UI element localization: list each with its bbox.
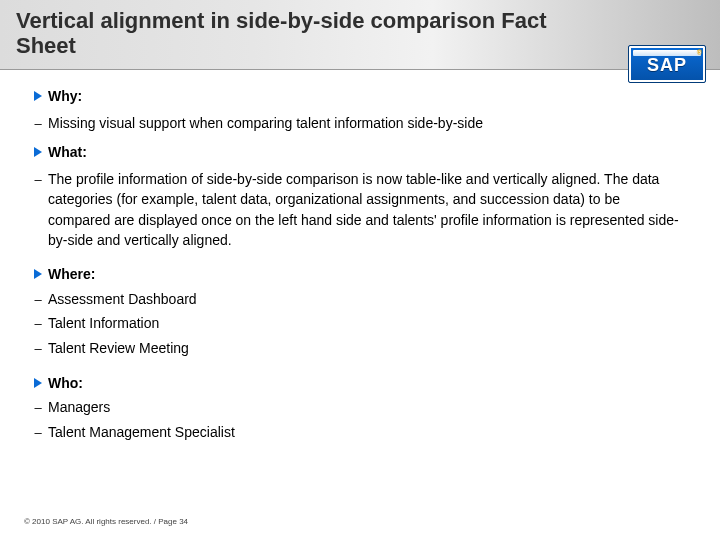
dash-icon xyxy=(28,289,48,310)
what-item: The profile information of side-by-side … xyxy=(28,169,686,250)
dash-icon xyxy=(28,113,48,134)
section-who-header: Who: xyxy=(28,373,686,393)
where-item-2: Talent Review Meeting xyxy=(48,338,686,359)
dash-icon xyxy=(28,169,48,250)
why-item: Missing visual support when comparing ta… xyxy=(28,113,686,134)
logo-text: SAP xyxy=(647,55,687,76)
dash-icon xyxy=(28,397,48,418)
logo-gloss xyxy=(633,50,701,56)
registered-icon: ® xyxy=(697,49,702,56)
what-label: What: xyxy=(48,142,686,162)
where-item: Assessment Dashboard xyxy=(28,289,686,310)
where-item-1: Talent Information xyxy=(48,313,686,334)
dash-icon xyxy=(28,313,48,334)
section-what-header: What: xyxy=(28,142,686,162)
who-label: Who: xyxy=(48,373,686,393)
header-bar: Vertical alignment in side-by-side compa… xyxy=(0,0,720,70)
who-item-0: Managers xyxy=(48,397,686,418)
where-item: Talent Review Meeting xyxy=(28,338,686,359)
footer-text: © 2010 SAP AG. All rights reserved. / Pa… xyxy=(24,517,188,526)
who-item-1: Talent Management Specialist xyxy=(48,422,686,443)
where-item: Talent Information xyxy=(28,313,686,334)
dash-icon xyxy=(28,338,48,359)
who-item: Talent Management Specialist xyxy=(28,422,686,443)
arrow-icon xyxy=(28,86,48,106)
content: Why: Missing visual support when compari… xyxy=(0,70,720,443)
dash-icon xyxy=(28,422,48,443)
why-item-text: Missing visual support when comparing ta… xyxy=(48,113,686,134)
who-item: Managers xyxy=(28,397,686,418)
arrow-icon xyxy=(28,264,48,284)
arrow-icon xyxy=(28,142,48,162)
arrow-icon xyxy=(28,373,48,393)
where-item-0: Assessment Dashboard xyxy=(48,289,686,310)
slide: Vertical alignment in side-by-side compa… xyxy=(0,0,720,540)
sap-logo: SAP ® xyxy=(628,45,706,83)
where-label: Where: xyxy=(48,264,686,284)
section-where-header: Where: xyxy=(28,264,686,284)
why-label: Why: xyxy=(48,86,686,106)
section-why-header: Why: xyxy=(28,86,686,106)
page-title: Vertical alignment in side-by-side compa… xyxy=(16,8,576,59)
what-item-text: The profile information of side-by-side … xyxy=(48,169,686,250)
